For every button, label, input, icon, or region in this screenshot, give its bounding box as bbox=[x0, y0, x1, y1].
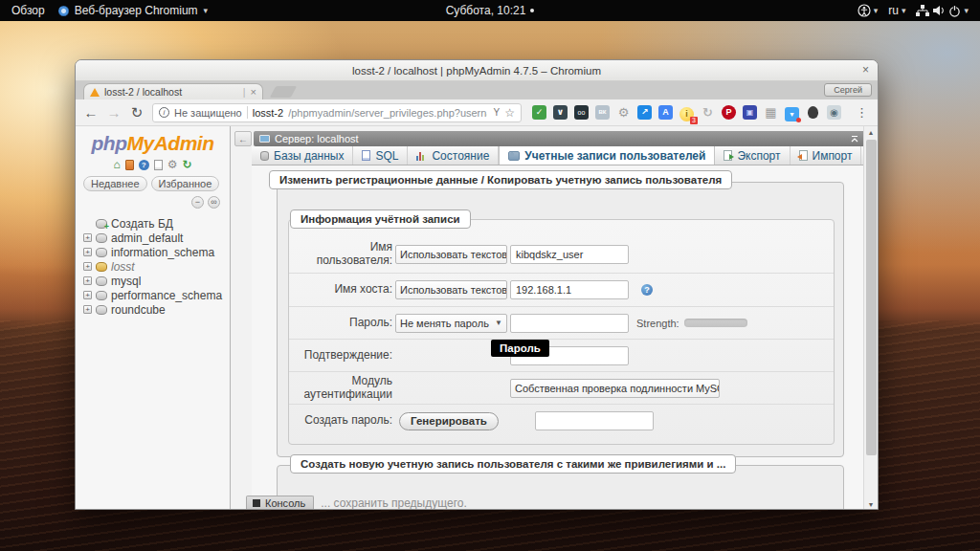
server-nav-tabs: Базы данных SQL Состояние Учетные записи… bbox=[252, 146, 865, 165]
server-breadcrumb[interactable]: Сервер: localhost bbox=[254, 131, 865, 146]
tab-user-accounts[interactable]: Учетные записи пользователей bbox=[499, 146, 715, 165]
gear-extension-icon[interactable]: ⚙ bbox=[616, 105, 631, 120]
console-bar: Консоль ... сохранить предыдущего. bbox=[246, 496, 467, 510]
bookmark-star-icon[interactable]: ☆ bbox=[504, 106, 515, 120]
clock-button[interactable]: Суббота, 10:21 bbox=[446, 4, 526, 17]
volume-icon bbox=[932, 5, 946, 16]
settings-gear-icon[interactable]: ⚙ bbox=[167, 159, 178, 170]
gnome-foot-extension-icon[interactable] bbox=[808, 106, 818, 119]
expand-plus-icon[interactable]: + bbox=[83, 305, 92, 314]
password-type-select[interactable]: Не менять пароль ▼ bbox=[395, 314, 507, 333]
new-database-icon bbox=[96, 219, 107, 229]
generate-button[interactable]: Генерировать bbox=[399, 412, 499, 430]
power-icon bbox=[948, 5, 961, 17]
tree-item[interactable]: + roundcube bbox=[81, 302, 230, 317]
tab-close-button[interactable]: × bbox=[251, 86, 256, 98]
auth-plugin-select[interactable]: Собственная проверка подлинности MySQL ▼ bbox=[510, 379, 720, 398]
logout-icon[interactable] bbox=[125, 160, 134, 170]
expand-plus-icon[interactable]: + bbox=[83, 291, 92, 299]
home-icon[interactable]: ⌂ bbox=[113, 159, 120, 170]
expand-plus-icon[interactable]: + bbox=[83, 262, 92, 271]
window-titlebar[interactable]: losst-2 / localhost | phpMyAdmin 4.7.5 –… bbox=[76, 60, 878, 81]
scroll-up-arrow[interactable]: ▲ bbox=[864, 129, 878, 136]
gnome-top-bar: Обзор Веб-браузер Chromium ▾ Суббота, 10… bbox=[0, 0, 980, 21]
accessibility-menu[interactable]: ▾ bbox=[858, 4, 879, 17]
app-menu-button[interactable]: Веб-браузер Chromium ▾ bbox=[58, 4, 208, 17]
expand-plus-icon[interactable]: + bbox=[83, 276, 92, 285]
hostname-input[interactable] bbox=[510, 280, 629, 299]
sync-extension-icon[interactable]: ↻ bbox=[701, 105, 715, 120]
profile-button[interactable]: Сергей bbox=[824, 83, 872, 97]
tab-title: losst-2 / localhost bbox=[104, 86, 238, 98]
server-label: Сервер: localhost bbox=[275, 133, 359, 144]
tab-sql[interactable]: SQL bbox=[353, 146, 408, 165]
window-close-button[interactable]: × bbox=[862, 64, 869, 76]
system-menu[interactable]: ▾ bbox=[916, 5, 969, 17]
forward-button[interactable]: → bbox=[104, 103, 123, 122]
tree-item[interactable]: + mysql bbox=[81, 274, 230, 288]
chevron-down-icon: ▾ bbox=[204, 6, 209, 15]
pma-main: ← Сервер: localhost Базы данных SQL bbox=[231, 126, 878, 510]
recent-tables-button[interactable]: Недавнее bbox=[83, 176, 147, 191]
tab-export[interactable]: Экспорт bbox=[715, 146, 790, 165]
page-content: phpMyAdmin ⌂ ? ⚙ ↻ Недавнее Избранное − … bbox=[76, 126, 878, 510]
new-tab-button[interactable] bbox=[270, 86, 297, 98]
username-input[interactable] bbox=[510, 245, 629, 264]
extension-badge-dot bbox=[796, 118, 801, 122]
sql-icon bbox=[362, 150, 370, 161]
camera-extension-icon[interactable]: ◉ bbox=[827, 105, 841, 120]
tree-item[interactable]: + information_schema bbox=[81, 245, 230, 259]
back-button[interactable]: ← bbox=[81, 103, 100, 122]
hostname-type-select[interactable]: Использовать текстов ▼ bbox=[395, 280, 507, 299]
username-type-select[interactable]: Использовать текстов ▼ bbox=[395, 245, 507, 264]
database-icon bbox=[96, 233, 107, 243]
robot-extension-icon[interactable]: ▣ bbox=[743, 105, 757, 120]
tree-item[interactable]: + admin_default bbox=[81, 231, 230, 245]
tab-status[interactable]: Состояние bbox=[408, 146, 499, 165]
collapse-all-button[interactable]: − bbox=[191, 196, 204, 209]
link-databases-button[interactable]: ∞ bbox=[208, 196, 220, 209]
pma-logo[interactable]: phpMyAdmin bbox=[76, 132, 230, 155]
grid-extension-icon[interactable]: ▦ bbox=[764, 105, 778, 120]
help-icon[interactable]: ? bbox=[641, 284, 653, 296]
refresh-icon[interactable]: ↻ bbox=[182, 159, 191, 170]
page-scrollbar[interactable]: ▲ ▼ bbox=[863, 126, 878, 510]
console-toggle-button[interactable]: Консоль bbox=[246, 496, 314, 510]
omnibox[interactable]: i Не защищено losst-2/phpmyadmin/server_… bbox=[152, 103, 522, 122]
password-input[interactable] bbox=[510, 314, 629, 333]
adblock-extension-icon[interactable]: ✓ bbox=[532, 105, 546, 120]
expand-plus-icon[interactable]: + bbox=[83, 233, 92, 242]
keyboard-layout-label: ru bbox=[888, 4, 899, 17]
expand-plus-icon[interactable]: + bbox=[83, 248, 92, 256]
lightbulb-extension[interactable]: i 3 bbox=[679, 103, 694, 121]
vk-extension-icon[interactable]: ВК bbox=[595, 105, 610, 120]
browser-tab[interactable]: losst-2 / localhost | × bbox=[83, 83, 263, 99]
tree-item[interactable]: + performance_schema bbox=[81, 288, 230, 302]
favorite-tables-button[interactable]: Избранное bbox=[151, 176, 220, 191]
help-icon[interactable]: ? bbox=[139, 160, 149, 170]
page-body: Изменить регистрационные данные / Копиро… bbox=[252, 165, 865, 510]
tab-databases[interactable]: Базы данных bbox=[252, 146, 353, 165]
browser-menu-icon[interactable]: ⋮ bbox=[852, 105, 872, 120]
tab-import[interactable]: Импорт bbox=[791, 146, 862, 165]
pocket-extension-icon[interactable]: ∨ bbox=[553, 105, 568, 120]
activities-button[interactable]: Обзор bbox=[11, 4, 45, 17]
scroll-top-icon[interactable] bbox=[850, 134, 859, 143]
scrollbar-thumb[interactable] bbox=[866, 140, 877, 455]
tree-item-selected[interactable]: + losst bbox=[81, 259, 230, 274]
page-info-icon[interactable]: i bbox=[159, 107, 169, 118]
keyboard-layout-button[interactable]: ru ▾ bbox=[888, 4, 905, 17]
reload-button[interactable]: ↻ bbox=[127, 103, 146, 122]
scroll-down-arrow[interactable]: ▼ bbox=[864, 501, 878, 508]
arrow-extension-icon[interactable]: ↗ bbox=[637, 105, 652, 120]
generated-password-input[interactable] bbox=[535, 411, 654, 430]
sidebar-collapse-button[interactable]: ← bbox=[234, 131, 252, 146]
tree-item-new-db[interactable]: Создать БД bbox=[81, 216, 230, 231]
page-action-icon[interactable]: Y bbox=[494, 107, 501, 118]
glasses-extension-icon[interactable]: oo bbox=[574, 105, 589, 120]
docs-icon[interactable] bbox=[154, 160, 163, 170]
filter-extension[interactable]: ▼ bbox=[785, 103, 799, 121]
chevron-down-icon: ▾ bbox=[964, 6, 969, 15]
translate-extension-icon[interactable]: А bbox=[658, 105, 673, 120]
pinterest-extension-icon[interactable]: P bbox=[722, 105, 736, 120]
